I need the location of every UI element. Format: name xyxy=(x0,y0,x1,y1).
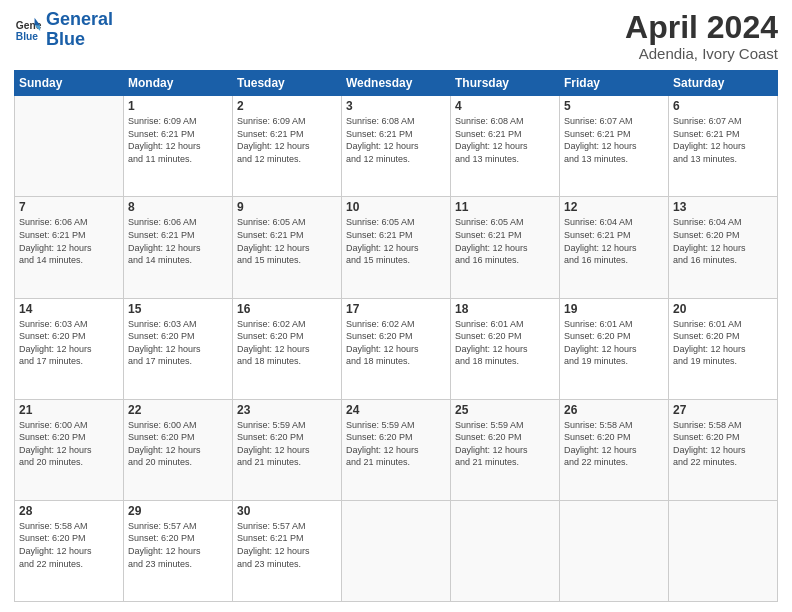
table-row xyxy=(560,500,669,601)
day-number: 14 xyxy=(19,302,119,316)
day-number: 30 xyxy=(237,504,337,518)
table-row: 3Sunrise: 6:08 AMSunset: 6:21 PMDaylight… xyxy=(342,96,451,197)
table-row: 12Sunrise: 6:04 AMSunset: 6:21 PMDayligh… xyxy=(560,197,669,298)
table-row: 21Sunrise: 6:00 AMSunset: 6:20 PMDayligh… xyxy=(15,399,124,500)
table-row: 26Sunrise: 5:58 AMSunset: 6:20 PMDayligh… xyxy=(560,399,669,500)
day-number: 27 xyxy=(673,403,773,417)
day-info: Sunrise: 6:05 AMSunset: 6:21 PMDaylight:… xyxy=(346,216,446,266)
table-row: 4Sunrise: 6:08 AMSunset: 6:21 PMDaylight… xyxy=(451,96,560,197)
table-row xyxy=(451,500,560,601)
day-info: Sunrise: 6:04 AMSunset: 6:20 PMDaylight:… xyxy=(673,216,773,266)
day-info: Sunrise: 6:02 AMSunset: 6:20 PMDaylight:… xyxy=(346,318,446,368)
day-info: Sunrise: 5:57 AMSunset: 6:20 PMDaylight:… xyxy=(128,520,228,570)
table-row: 10Sunrise: 6:05 AMSunset: 6:21 PMDayligh… xyxy=(342,197,451,298)
table-row: 18Sunrise: 6:01 AMSunset: 6:20 PMDayligh… xyxy=(451,298,560,399)
day-number: 11 xyxy=(455,200,555,214)
day-info: Sunrise: 5:58 AMSunset: 6:20 PMDaylight:… xyxy=(19,520,119,570)
logo-text: General Blue xyxy=(46,10,113,50)
day-number: 17 xyxy=(346,302,446,316)
day-info: Sunrise: 6:00 AMSunset: 6:20 PMDaylight:… xyxy=(19,419,119,469)
day-info: Sunrise: 6:00 AMSunset: 6:20 PMDaylight:… xyxy=(128,419,228,469)
day-info: Sunrise: 5:58 AMSunset: 6:20 PMDaylight:… xyxy=(564,419,664,469)
day-number: 15 xyxy=(128,302,228,316)
day-number: 22 xyxy=(128,403,228,417)
day-number: 13 xyxy=(673,200,773,214)
calendar-week-row: 21Sunrise: 6:00 AMSunset: 6:20 PMDayligh… xyxy=(15,399,778,500)
col-thursday: Thursday xyxy=(451,71,560,96)
table-row: 15Sunrise: 6:03 AMSunset: 6:20 PMDayligh… xyxy=(124,298,233,399)
day-number: 4 xyxy=(455,99,555,113)
table-row: 24Sunrise: 5:59 AMSunset: 6:20 PMDayligh… xyxy=(342,399,451,500)
table-row: 19Sunrise: 6:01 AMSunset: 6:20 PMDayligh… xyxy=(560,298,669,399)
table-row: 30Sunrise: 5:57 AMSunset: 6:21 PMDayligh… xyxy=(233,500,342,601)
table-row: 5Sunrise: 6:07 AMSunset: 6:21 PMDaylight… xyxy=(560,96,669,197)
day-number: 5 xyxy=(564,99,664,113)
day-number: 12 xyxy=(564,200,664,214)
day-number: 16 xyxy=(237,302,337,316)
table-row xyxy=(342,500,451,601)
day-number: 8 xyxy=(128,200,228,214)
table-row: 23Sunrise: 5:59 AMSunset: 6:20 PMDayligh… xyxy=(233,399,342,500)
day-info: Sunrise: 5:59 AMSunset: 6:20 PMDaylight:… xyxy=(346,419,446,469)
table-row: 6Sunrise: 6:07 AMSunset: 6:21 PMDaylight… xyxy=(669,96,778,197)
calendar-week-row: 28Sunrise: 5:58 AMSunset: 6:20 PMDayligh… xyxy=(15,500,778,601)
page: General Blue General Blue April 2024 Ade… xyxy=(0,0,792,612)
day-number: 7 xyxy=(19,200,119,214)
table-row: 20Sunrise: 6:01 AMSunset: 6:20 PMDayligh… xyxy=(669,298,778,399)
table-row: 1Sunrise: 6:09 AMSunset: 6:21 PMDaylight… xyxy=(124,96,233,197)
col-monday: Monday xyxy=(124,71,233,96)
table-row: 14Sunrise: 6:03 AMSunset: 6:20 PMDayligh… xyxy=(15,298,124,399)
table-row: 28Sunrise: 5:58 AMSunset: 6:20 PMDayligh… xyxy=(15,500,124,601)
day-number: 1 xyxy=(128,99,228,113)
day-number: 10 xyxy=(346,200,446,214)
day-info: Sunrise: 6:01 AMSunset: 6:20 PMDaylight:… xyxy=(673,318,773,368)
day-number: 3 xyxy=(346,99,446,113)
logo-general: General xyxy=(46,9,113,29)
col-saturday: Saturday xyxy=(669,71,778,96)
table-row: 13Sunrise: 6:04 AMSunset: 6:20 PMDayligh… xyxy=(669,197,778,298)
day-info: Sunrise: 6:06 AMSunset: 6:21 PMDaylight:… xyxy=(19,216,119,266)
day-info: Sunrise: 6:08 AMSunset: 6:21 PMDaylight:… xyxy=(346,115,446,165)
day-number: 21 xyxy=(19,403,119,417)
calendar-week-row: 1Sunrise: 6:09 AMSunset: 6:21 PMDaylight… xyxy=(15,96,778,197)
day-info: Sunrise: 5:58 AMSunset: 6:20 PMDaylight:… xyxy=(673,419,773,469)
day-info: Sunrise: 6:04 AMSunset: 6:21 PMDaylight:… xyxy=(564,216,664,266)
day-info: Sunrise: 5:57 AMSunset: 6:21 PMDaylight:… xyxy=(237,520,337,570)
table-row xyxy=(15,96,124,197)
calendar-header-row: Sunday Monday Tuesday Wednesday Thursday… xyxy=(15,71,778,96)
day-number: 2 xyxy=(237,99,337,113)
day-info: Sunrise: 6:05 AMSunset: 6:21 PMDaylight:… xyxy=(455,216,555,266)
col-tuesday: Tuesday xyxy=(233,71,342,96)
day-info: Sunrise: 6:06 AMSunset: 6:21 PMDaylight:… xyxy=(128,216,228,266)
col-wednesday: Wednesday xyxy=(342,71,451,96)
day-number: 20 xyxy=(673,302,773,316)
table-row: 9Sunrise: 6:05 AMSunset: 6:21 PMDaylight… xyxy=(233,197,342,298)
calendar-week-row: 7Sunrise: 6:06 AMSunset: 6:21 PMDaylight… xyxy=(15,197,778,298)
day-info: Sunrise: 6:03 AMSunset: 6:20 PMDaylight:… xyxy=(19,318,119,368)
calendar: Sunday Monday Tuesday Wednesday Thursday… xyxy=(14,70,778,602)
table-row: 2Sunrise: 6:09 AMSunset: 6:21 PMDaylight… xyxy=(233,96,342,197)
header: General Blue General Blue April 2024 Ade… xyxy=(14,10,778,62)
logo: General Blue General Blue xyxy=(14,10,113,50)
table-row: 8Sunrise: 6:06 AMSunset: 6:21 PMDaylight… xyxy=(124,197,233,298)
day-info: Sunrise: 6:08 AMSunset: 6:21 PMDaylight:… xyxy=(455,115,555,165)
svg-text:Blue: Blue xyxy=(16,31,39,42)
day-info: Sunrise: 6:07 AMSunset: 6:21 PMDaylight:… xyxy=(673,115,773,165)
day-number: 25 xyxy=(455,403,555,417)
day-info: Sunrise: 6:09 AMSunset: 6:21 PMDaylight:… xyxy=(237,115,337,165)
day-info: Sunrise: 6:01 AMSunset: 6:20 PMDaylight:… xyxy=(564,318,664,368)
table-row xyxy=(669,500,778,601)
table-row: 29Sunrise: 5:57 AMSunset: 6:20 PMDayligh… xyxy=(124,500,233,601)
day-number: 26 xyxy=(564,403,664,417)
logo-blue: Blue xyxy=(46,29,85,49)
day-number: 23 xyxy=(237,403,337,417)
table-row: 17Sunrise: 6:02 AMSunset: 6:20 PMDayligh… xyxy=(342,298,451,399)
day-info: Sunrise: 6:09 AMSunset: 6:21 PMDaylight:… xyxy=(128,115,228,165)
title-block: April 2024 Adendia, Ivory Coast xyxy=(625,10,778,62)
col-friday: Friday xyxy=(560,71,669,96)
day-number: 18 xyxy=(455,302,555,316)
day-number: 24 xyxy=(346,403,446,417)
calendar-week-row: 14Sunrise: 6:03 AMSunset: 6:20 PMDayligh… xyxy=(15,298,778,399)
table-row: 22Sunrise: 6:00 AMSunset: 6:20 PMDayligh… xyxy=(124,399,233,500)
table-row: 11Sunrise: 6:05 AMSunset: 6:21 PMDayligh… xyxy=(451,197,560,298)
